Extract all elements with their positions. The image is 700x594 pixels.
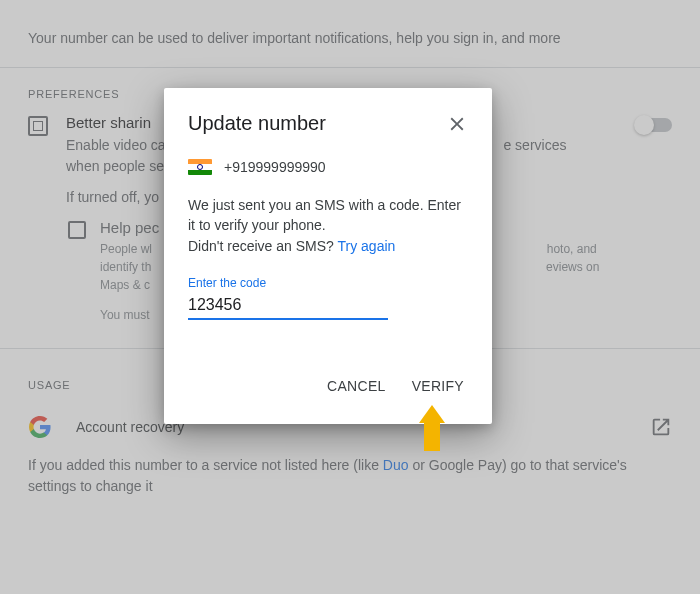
code-input-label: Enter the code (188, 276, 468, 290)
close-icon[interactable] (446, 113, 468, 135)
try-again-link[interactable]: Try again (338, 238, 396, 254)
dialog-message: We just sent you an SMS with a code. Ent… (188, 195, 468, 256)
update-number-dialog: Update number +919999999990 We just sent… (164, 88, 492, 424)
cancel-button[interactable]: CANCEL (323, 372, 390, 400)
dialog-title: Update number (188, 112, 326, 135)
india-flag-icon (188, 159, 212, 175)
verify-button[interactable]: VERIFY (408, 372, 468, 400)
phone-number-row: +919999999990 (188, 159, 468, 175)
code-input[interactable] (188, 292, 388, 320)
phone-number-value: +919999999990 (224, 159, 326, 175)
